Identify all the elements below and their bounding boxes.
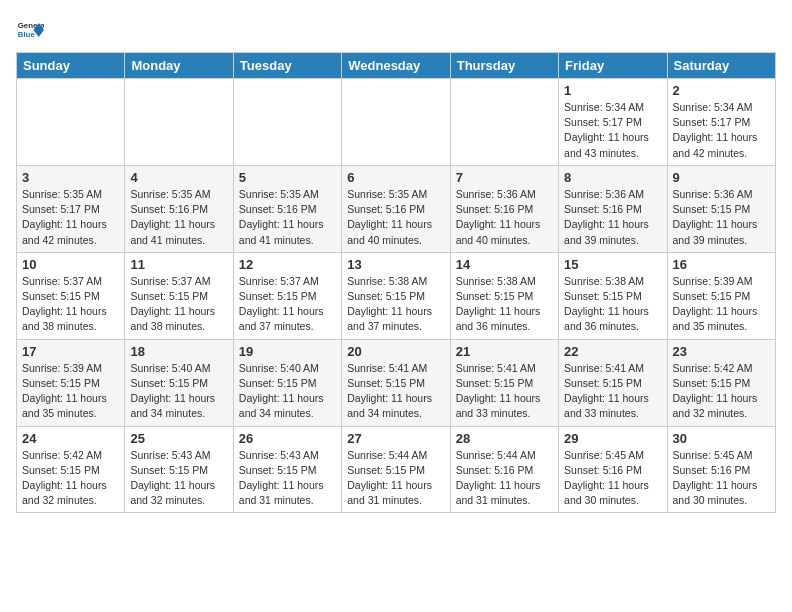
- weekday-header-thursday: Thursday: [450, 53, 558, 79]
- day-info: Sunrise: 5:39 AM Sunset: 5:15 PM Dayligh…: [22, 361, 119, 422]
- day-number: 18: [130, 344, 227, 359]
- calendar-cell: 13Sunrise: 5:38 AM Sunset: 5:15 PM Dayli…: [342, 252, 450, 339]
- calendar-cell: 30Sunrise: 5:45 AM Sunset: 5:16 PM Dayli…: [667, 426, 775, 513]
- day-info: Sunrise: 5:38 AM Sunset: 5:15 PM Dayligh…: [456, 274, 553, 335]
- day-info: Sunrise: 5:39 AM Sunset: 5:15 PM Dayligh…: [673, 274, 770, 335]
- day-number: 1: [564, 83, 661, 98]
- day-number: 12: [239, 257, 336, 272]
- day-info: Sunrise: 5:38 AM Sunset: 5:15 PM Dayligh…: [564, 274, 661, 335]
- calendar-cell: 24Sunrise: 5:42 AM Sunset: 5:15 PM Dayli…: [17, 426, 125, 513]
- day-info: Sunrise: 5:37 AM Sunset: 5:15 PM Dayligh…: [239, 274, 336, 335]
- day-number: 9: [673, 170, 770, 185]
- day-number: 5: [239, 170, 336, 185]
- day-number: 15: [564, 257, 661, 272]
- calendar-week-1: 1Sunrise: 5:34 AM Sunset: 5:17 PM Daylig…: [17, 79, 776, 166]
- day-number: 16: [673, 257, 770, 272]
- day-info: Sunrise: 5:45 AM Sunset: 5:16 PM Dayligh…: [673, 448, 770, 509]
- calendar-cell: 18Sunrise: 5:40 AM Sunset: 5:15 PM Dayli…: [125, 339, 233, 426]
- calendar-week-4: 17Sunrise: 5:39 AM Sunset: 5:15 PM Dayli…: [17, 339, 776, 426]
- day-info: Sunrise: 5:34 AM Sunset: 5:17 PM Dayligh…: [673, 100, 770, 161]
- weekday-header-tuesday: Tuesday: [233, 53, 341, 79]
- day-info: Sunrise: 5:41 AM Sunset: 5:15 PM Dayligh…: [456, 361, 553, 422]
- calendar-cell: 20Sunrise: 5:41 AM Sunset: 5:15 PM Dayli…: [342, 339, 450, 426]
- calendar-cell: [125, 79, 233, 166]
- calendar-week-5: 24Sunrise: 5:42 AM Sunset: 5:15 PM Dayli…: [17, 426, 776, 513]
- weekday-header-saturday: Saturday: [667, 53, 775, 79]
- page-header: General Blue: [16, 16, 776, 44]
- day-info: Sunrise: 5:38 AM Sunset: 5:15 PM Dayligh…: [347, 274, 444, 335]
- day-number: 11: [130, 257, 227, 272]
- calendar-cell: 21Sunrise: 5:41 AM Sunset: 5:15 PM Dayli…: [450, 339, 558, 426]
- day-info: Sunrise: 5:40 AM Sunset: 5:15 PM Dayligh…: [130, 361, 227, 422]
- day-number: 8: [564, 170, 661, 185]
- calendar-cell: 3Sunrise: 5:35 AM Sunset: 5:17 PM Daylig…: [17, 165, 125, 252]
- day-number: 13: [347, 257, 444, 272]
- calendar-cell: 9Sunrise: 5:36 AM Sunset: 5:15 PM Daylig…: [667, 165, 775, 252]
- day-number: 25: [130, 431, 227, 446]
- calendar-cell: 28Sunrise: 5:44 AM Sunset: 5:16 PM Dayli…: [450, 426, 558, 513]
- svg-text:Blue: Blue: [18, 30, 36, 39]
- calendar-cell: 6Sunrise: 5:35 AM Sunset: 5:16 PM Daylig…: [342, 165, 450, 252]
- day-info: Sunrise: 5:44 AM Sunset: 5:16 PM Dayligh…: [456, 448, 553, 509]
- day-info: Sunrise: 5:36 AM Sunset: 5:16 PM Dayligh…: [456, 187, 553, 248]
- logo: General Blue: [16, 16, 44, 44]
- calendar-cell: 10Sunrise: 5:37 AM Sunset: 5:15 PM Dayli…: [17, 252, 125, 339]
- day-info: Sunrise: 5:34 AM Sunset: 5:17 PM Dayligh…: [564, 100, 661, 161]
- day-info: Sunrise: 5:44 AM Sunset: 5:15 PM Dayligh…: [347, 448, 444, 509]
- calendar-cell: 19Sunrise: 5:40 AM Sunset: 5:15 PM Dayli…: [233, 339, 341, 426]
- calendar-cell: 5Sunrise: 5:35 AM Sunset: 5:16 PM Daylig…: [233, 165, 341, 252]
- day-info: Sunrise: 5:43 AM Sunset: 5:15 PM Dayligh…: [130, 448, 227, 509]
- calendar-cell: 16Sunrise: 5:39 AM Sunset: 5:15 PM Dayli…: [667, 252, 775, 339]
- day-number: 27: [347, 431, 444, 446]
- day-number: 26: [239, 431, 336, 446]
- calendar-cell: 12Sunrise: 5:37 AM Sunset: 5:15 PM Dayli…: [233, 252, 341, 339]
- day-number: 24: [22, 431, 119, 446]
- calendar-cell: [233, 79, 341, 166]
- calendar-cell: 17Sunrise: 5:39 AM Sunset: 5:15 PM Dayli…: [17, 339, 125, 426]
- day-number: 29: [564, 431, 661, 446]
- day-info: Sunrise: 5:41 AM Sunset: 5:15 PM Dayligh…: [564, 361, 661, 422]
- day-number: 19: [239, 344, 336, 359]
- calendar-cell: 25Sunrise: 5:43 AM Sunset: 5:15 PM Dayli…: [125, 426, 233, 513]
- day-number: 20: [347, 344, 444, 359]
- calendar-cell: 22Sunrise: 5:41 AM Sunset: 5:15 PM Dayli…: [559, 339, 667, 426]
- day-info: Sunrise: 5:35 AM Sunset: 5:16 PM Dayligh…: [130, 187, 227, 248]
- calendar-cell: [342, 79, 450, 166]
- calendar-week-2: 3Sunrise: 5:35 AM Sunset: 5:17 PM Daylig…: [17, 165, 776, 252]
- calendar-cell: 15Sunrise: 5:38 AM Sunset: 5:15 PM Dayli…: [559, 252, 667, 339]
- day-number: 7: [456, 170, 553, 185]
- calendar-table: SundayMondayTuesdayWednesdayThursdayFrid…: [16, 52, 776, 513]
- day-number: 2: [673, 83, 770, 98]
- day-info: Sunrise: 5:41 AM Sunset: 5:15 PM Dayligh…: [347, 361, 444, 422]
- day-number: 30: [673, 431, 770, 446]
- calendar-cell: [450, 79, 558, 166]
- logo-icon: General Blue: [16, 16, 44, 44]
- day-info: Sunrise: 5:36 AM Sunset: 5:15 PM Dayligh…: [673, 187, 770, 248]
- calendar-cell: 26Sunrise: 5:43 AM Sunset: 5:15 PM Dayli…: [233, 426, 341, 513]
- weekday-header-wednesday: Wednesday: [342, 53, 450, 79]
- calendar-cell: 29Sunrise: 5:45 AM Sunset: 5:16 PM Dayli…: [559, 426, 667, 513]
- day-info: Sunrise: 5:42 AM Sunset: 5:15 PM Dayligh…: [22, 448, 119, 509]
- calendar-header-row: SundayMondayTuesdayWednesdayThursdayFrid…: [17, 53, 776, 79]
- day-info: Sunrise: 5:37 AM Sunset: 5:15 PM Dayligh…: [130, 274, 227, 335]
- day-number: 17: [22, 344, 119, 359]
- day-info: Sunrise: 5:43 AM Sunset: 5:15 PM Dayligh…: [239, 448, 336, 509]
- day-info: Sunrise: 5:42 AM Sunset: 5:15 PM Dayligh…: [673, 361, 770, 422]
- calendar-cell: 11Sunrise: 5:37 AM Sunset: 5:15 PM Dayli…: [125, 252, 233, 339]
- day-number: 28: [456, 431, 553, 446]
- day-number: 14: [456, 257, 553, 272]
- day-info: Sunrise: 5:35 AM Sunset: 5:16 PM Dayligh…: [239, 187, 336, 248]
- weekday-header-friday: Friday: [559, 53, 667, 79]
- day-number: 6: [347, 170, 444, 185]
- day-number: 21: [456, 344, 553, 359]
- day-info: Sunrise: 5:45 AM Sunset: 5:16 PM Dayligh…: [564, 448, 661, 509]
- calendar-cell: 14Sunrise: 5:38 AM Sunset: 5:15 PM Dayli…: [450, 252, 558, 339]
- calendar-cell: 27Sunrise: 5:44 AM Sunset: 5:15 PM Dayli…: [342, 426, 450, 513]
- calendar-cell: 23Sunrise: 5:42 AM Sunset: 5:15 PM Dayli…: [667, 339, 775, 426]
- calendar-week-3: 10Sunrise: 5:37 AM Sunset: 5:15 PM Dayli…: [17, 252, 776, 339]
- day-number: 23: [673, 344, 770, 359]
- day-info: Sunrise: 5:36 AM Sunset: 5:16 PM Dayligh…: [564, 187, 661, 248]
- day-number: 22: [564, 344, 661, 359]
- calendar-cell: 4Sunrise: 5:35 AM Sunset: 5:16 PM Daylig…: [125, 165, 233, 252]
- day-number: 4: [130, 170, 227, 185]
